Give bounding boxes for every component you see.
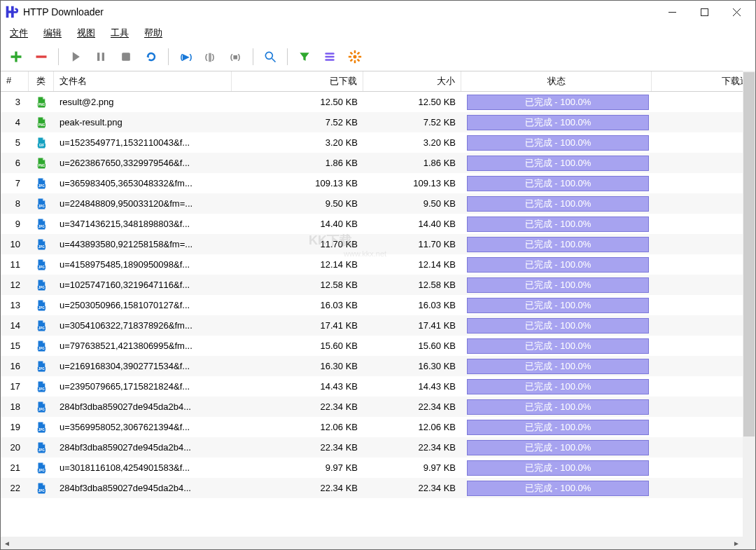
cell-filename: u=3569958052,3067621394&f... [54,422,232,432]
svg-text:JPG: JPG [38,468,46,472]
cell-status: 已完成 - 100.0% [461,156,652,171]
scroll-left-icon[interactable]: ◄ [1,537,13,549]
table-row[interactable]: 11 JPG u=4158975485,1890950098&f... 12.1… [1,254,755,275]
col-status[interactable]: 状态 [461,71,652,91]
svg-rect-21 [350,52,354,55]
col-filename[interactable]: 文件名 [54,71,232,91]
cell-downloaded: 109.13 KB [232,178,363,188]
restart-button[interactable] [139,44,164,69]
cell-number: 22 [1,483,29,493]
svg-rect-11 [325,53,334,55]
table-row[interactable]: 13 JPG u=2503050966,1581070127&f... 16.0… [1,295,755,315]
horizontal-scrollbar[interactable]: ◄ ► [1,537,755,549]
table-row[interactable]: 7 JPG u=365983405,3653048332&fm... 109.1… [1,173,755,193]
cell-status: 已完成 - 100.0% [461,399,652,415]
grid-header: # 类 文件名 已下载 大小 状态 下载逆 [1,71,755,92]
close-button[interactable] [720,1,752,22]
table-row[interactable]: 5 GIF u=1523549771,1532110043&f... 3.20 … [1,132,755,153]
download-grid: # 类 文件名 已下载 大小 状态 下载逆 KK下载 www.kkx.net 3… [1,71,755,549]
maximize-button[interactable] [688,1,720,22]
remove-button[interactable] [29,44,54,69]
cell-size: 22.34 KB [363,401,461,412]
svg-rect-4 [102,53,104,61]
table-row[interactable]: 10 JPG u=443893580,921258158&fm=... 11.7… [1,234,755,254]
table-row[interactable]: 14 JPG u=3054106322,718378926&fm... 17.4… [1,315,755,336]
table-row[interactable]: 20 JPG 284bf3dba859027de945da2b4... 22.3… [1,437,755,458]
file-type-icon: JPG [29,462,54,474]
cell-filename: u=224848809,950033120&fm=... [54,198,232,209]
svg-text:JPG: JPG [38,224,46,228]
table-row[interactable]: 16 JPG u=2169168304,3902771534&f... 16.3… [1,356,755,376]
file-type-icon: JPG [29,380,54,393]
file-type-icon: JPG [29,259,54,271]
svg-rect-15 [354,50,356,53]
filter-button[interactable] [292,44,317,69]
cell-status: 已完成 - 100.0% [461,257,652,273]
table-row[interactable]: 9 JPG u=3471436215,3481898803&f... 14.40… [1,214,755,234]
cell-status: 已完成 - 100.0% [461,359,652,374]
stop-all-button[interactable]: (■) [223,44,248,69]
svg-text:JPG: JPG [38,265,46,268]
pause-all-button[interactable]: (‖) [198,44,223,69]
settings-button[interactable] [342,44,368,69]
pause-button[interactable] [88,44,113,69]
vertical-scrollbar[interactable] [743,71,755,537]
cell-number: 17 [1,381,29,392]
table-row[interactable]: 6 PNG u=2623867650,3329979546&f... 1.86 … [1,153,755,173]
table-row[interactable]: 12 JPG u=1025747160,3219647116&f... 12.5… [1,275,755,295]
progress-bar: 已完成 - 100.0% [467,237,649,252]
svg-point-9 [265,52,272,59]
progress-bar: 已完成 - 100.0% [467,176,649,191]
menu-tools[interactable]: 工具 [103,24,136,42]
minimize-button[interactable] [656,1,688,22]
table-row[interactable]: 8 JPG u=224848809,950033120&fm=... 9.50 … [1,193,755,214]
progress-bar: 已完成 - 100.0% [467,460,649,476]
progress-bar: 已完成 - 100.0% [467,440,649,455]
svg-text:JPG: JPG [38,305,46,309]
menu-view[interactable]: 视图 [69,24,103,42]
col-size[interactable]: 大小 [363,71,461,91]
col-type[interactable]: 类 [29,71,54,91]
cell-size: 16.30 KB [363,361,461,371]
svg-text:JPG: JPG [38,204,46,207]
cell-status: 已完成 - 100.0% [461,298,652,313]
cell-number: 10 [1,239,29,249]
table-row[interactable]: 22 JPG 284bf3dba859027de945da2b4... 22.3… [1,478,755,498]
col-downloaded[interactable]: 已下载 [232,71,363,91]
table-row[interactable]: 19 JPG u=3569958052,3067621394&f... 12.0… [1,417,755,437]
cell-downloaded: 9.50 KB [232,198,363,209]
start-button[interactable] [63,44,88,69]
svg-text:JPG: JPG [38,245,46,248]
svg-rect-17 [349,56,351,58]
cell-size: 16.03 KB [363,300,461,310]
menu-help[interactable]: 帮助 [136,24,170,42]
table-row[interactable]: 21 JPG u=3018116108,4254901583&f... 9.97… [1,458,755,478]
col-number[interactable]: # [1,71,29,91]
queue-button[interactable] [317,44,342,69]
progress-bar: 已完成 - 100.0% [467,298,649,313]
svg-text:JPG: JPG [38,407,46,411]
scrollbar-thumb[interactable] [743,72,755,436]
table-row[interactable]: 15 JPG u=797638521,4213806995&fm... 15.6… [1,336,755,356]
progress-bar: 已完成 - 100.0% [467,481,649,496]
menu-edit[interactable]: 编辑 [36,24,69,42]
table-row[interactable]: 3 PNG result@2.png 12.50 KB 12.50 KB 已完成… [1,92,755,112]
cell-filename: u=2395079665,1715821824&f... [54,381,232,392]
start-all-button[interactable]: (▶) [173,44,198,69]
table-row[interactable]: 17 JPG u=2395079665,1715821824&f... 14.4… [1,376,755,397]
scroll-right-icon[interactable]: ► [730,537,743,549]
col-extra[interactable]: 下载逆 [652,71,755,91]
progress-bar: 已完成 - 100.0% [467,359,649,374]
table-row[interactable]: 18 JPG 284bf3dba859027de945da2b4... 22.3… [1,397,755,417]
menu-file[interactable]: 文件 [2,24,36,42]
svg-rect-20 [350,59,354,62]
toolbar: (▶) (‖) (■) [1,43,755,71]
cell-number: 3 [1,97,29,107]
add-button[interactable] [4,44,29,69]
cell-filename: result@2.png [54,97,232,107]
search-button[interactable] [258,44,283,69]
stop-button[interactable] [113,44,139,69]
file-type-icon: PNG [29,157,54,170]
cell-downloaded: 14.43 KB [232,381,363,392]
table-row[interactable]: 4 PNG peak-result.png 7.52 KB 7.52 KB 已完… [1,112,755,132]
